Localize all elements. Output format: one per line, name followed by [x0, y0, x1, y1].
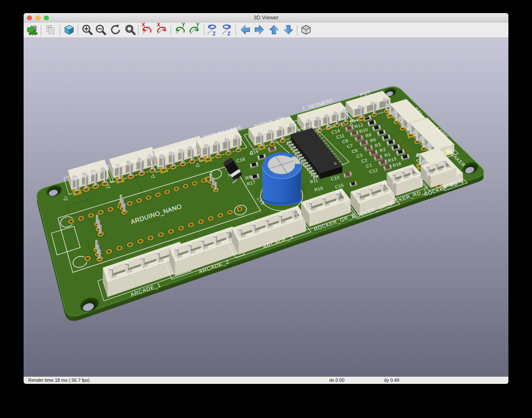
- svg-text:X: X: [142, 22, 145, 28]
- svg-text:Y: Y: [182, 22, 185, 28]
- svg-text:X: X: [157, 22, 160, 28]
- svg-text:Z: Z: [212, 31, 215, 37]
- svg-text:Y: Y: [196, 22, 199, 28]
- svg-text:Z: Z: [227, 31, 230, 37]
